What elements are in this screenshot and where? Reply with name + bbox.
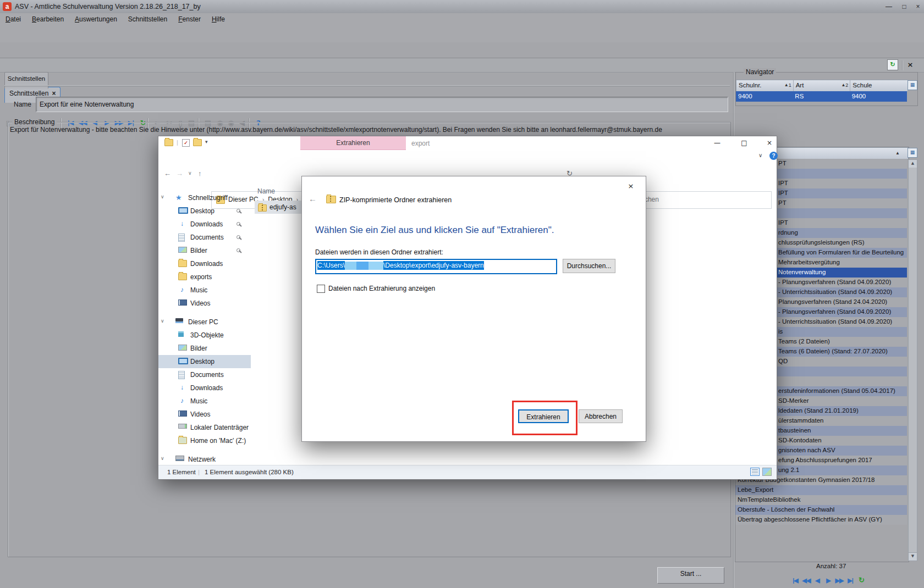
sidebar-item-lokaler-datentr-ger[interactable]: Lokaler Datenträger: [158, 421, 251, 434]
status-selection: 1 Element ausgewählt (280 KB): [205, 469, 294, 475]
sidebar-item-bilder[interactable]: Bilder: [158, 244, 251, 257]
check-icon[interactable]: ✓: [182, 139, 190, 147]
explorer-titlebar: | ✓ ▾ Extrahieren export — □ ×: [158, 136, 777, 150]
tab-close-icon[interactable]: ×: [52, 90, 56, 97]
sidebar-item-schnellzugriff[interactable]: ∨★Schnellzugriff: [158, 191, 251, 204]
close-icon[interactable]: ×: [624, 181, 638, 192]
menu-hilfe[interactable]: Hilfe: [206, 13, 230, 23]
rew-record-icon[interactable]: ◀◀: [801, 577, 812, 584]
file-row[interactable]: edjufy-as: [255, 201, 303, 214]
list-item[interactable]: Übertrag abgeschlossene Pflichtfächer in…: [735, 515, 907, 525]
table-settings-icon[interactable]: ▦: [908, 148, 917, 158]
status-separator: |: [198, 469, 200, 475]
refresh-records-icon[interactable]: ↻: [856, 576, 867, 584]
pin-icon: [236, 248, 241, 253]
navigator-header: Schulnr.▲1 Art▲2 Schule: [736, 80, 908, 92]
scroll-up-icon[interactable]: ▲: [908, 159, 917, 168]
qat-dropdown-icon[interactable]: ▾: [205, 139, 208, 145]
sidebar-item-music[interactable]: ♪Music: [158, 284, 251, 297]
sidebar-item-3d-objekte[interactable]: 3D-Objekte: [158, 329, 251, 342]
video-icon: [178, 299, 187, 306]
net-icon: [175, 456, 184, 461]
thumbnail-view-icon[interactable]: [762, 468, 772, 476]
sidebar-item-videos[interactable]: Videos: [158, 408, 251, 421]
name-input[interactable]: Export für eine Notenverwaltung: [36, 97, 728, 112]
sidebar-item-desktop[interactable]: Desktop: [158, 355, 251, 368]
list-item[interactable]: Lebe_Export: [735, 485, 907, 495]
first-record-icon[interactable]: |◀: [790, 577, 801, 584]
list-item[interactable]: Oberstufe - Löschen der Fachwahl: [735, 505, 907, 515]
forward-icon[interactable]: →: [176, 169, 183, 177]
scrollbar-track[interactable]: [908, 168, 917, 552]
details-view-icon[interactable]: [750, 468, 760, 476]
expand-chevron-icon[interactable]: ∨: [161, 456, 164, 461]
sort-asc-icon: ▲: [895, 151, 900, 156]
expand-chevron-icon[interactable]: ∨: [161, 318, 164, 324]
video-icon: [178, 411, 187, 417]
sidebar-item-downloads[interactable]: ↓Downloads: [158, 381, 251, 395]
sidebar-item-documents[interactable]: Documents: [158, 368, 251, 381]
file-list-column-name[interactable]: Name: [257, 187, 275, 195]
sidebar-item-home-on-mac-z-[interactable]: Home on 'Mac' (Z:): [158, 434, 251, 447]
menu-auswertungen[interactable]: Auswertungen: [69, 13, 123, 23]
menu-schnittstellen[interactable]: Schnittstellen: [123, 13, 173, 23]
browse-button[interactable]: Durchsuchen...: [563, 259, 615, 273]
close-icon[interactable]: ×: [761, 138, 778, 148]
column-art[interactable]: Art▲2: [794, 80, 851, 91]
menu-bearbeiten[interactable]: Bearbeiten: [26, 13, 69, 23]
maximize-icon[interactable]: □: [898, 2, 911, 11]
monitor-icon: [178, 358, 188, 364]
toolbar-separator: [902, 60, 903, 70]
sidebar-item-bilder[interactable]: Bilder: [158, 342, 251, 355]
cube-icon: [178, 331, 184, 337]
scroll-down-icon[interactable]: ▼: [908, 552, 917, 561]
ffwd-record-icon[interactable]: ▶▶: [834, 577, 845, 584]
list-navigation: |◀◀◀◀▶▶▶▶|↻: [790, 575, 867, 585]
back-icon[interactable]: ←: [309, 194, 317, 203]
sidebar-item-exports[interactable]: exports: [158, 270, 251, 284]
start-button[interactable]: Start ...: [657, 567, 724, 584]
sidebar-item-downloads[interactable]: Downloads: [158, 257, 251, 270]
last-record-icon[interactable]: ▶|: [845, 577, 856, 584]
close-icon[interactable]: ×: [913, 2, 923, 11]
dialog-heading: Wählen Sie ein Ziel aus und klicken Sie …: [315, 225, 554, 236]
sidebar-item-documents[interactable]: Documents: [158, 231, 251, 244]
history-chevron-icon[interactable]: ∨: [188, 170, 192, 176]
menu-datei[interactable]: Datei: [0, 13, 26, 23]
prev-record-icon[interactable]: ◀: [812, 577, 823, 584]
ribbon-collapse-icon[interactable]: ∨: [758, 152, 762, 158]
inner-tab-schnittstellen[interactable]: Schnittstellen: [4, 72, 48, 88]
next-record-icon[interactable]: ▶: [823, 577, 834, 584]
close-workspace-icon[interactable]: ×: [905, 59, 916, 70]
show-files-checkbox[interactable]: [317, 285, 325, 293]
up-icon[interactable]: ↑: [198, 169, 202, 177]
sidebar-item-desktop[interactable]: Desktop: [158, 204, 251, 218]
maximize-icon[interactable]: □: [736, 138, 752, 148]
sidebar-item-downloads[interactable]: ↓Downloads: [158, 218, 251, 231]
doc-icon: [178, 234, 185, 242]
beschreibung-text: Export für Notenverwaltung - bitte beach…: [10, 126, 703, 134]
folder-icon[interactable]: [164, 139, 173, 147]
refresh-view-icon[interactable]: ↻: [887, 59, 898, 70]
folder-icon[interactable]: [193, 139, 202, 147]
minimize-icon[interactable]: —: [882, 2, 895, 11]
sidebar-item-videos[interactable]: Videos: [158, 297, 251, 310]
minimize-icon[interactable]: —: [709, 138, 725, 148]
list-item[interactable]: NmTemplateBibliothek: [735, 495, 907, 505]
folder-icon: [178, 260, 186, 267]
sidebar-item-music[interactable]: ♪Music: [158, 395, 251, 408]
help-icon[interactable]: ?: [769, 152, 778, 160]
cancel-button[interactable]: Abbrechen: [579, 409, 623, 423]
sidebar-item-dieser-pc[interactable]: ∨Dieser PC: [158, 315, 251, 329]
table-settings-icon[interactable]: ▦: [908, 80, 917, 90]
destination-path-input[interactable]: C:\Users\\Desktop\export\edjufy-asv-baye…: [315, 259, 557, 274]
navigator-row[interactable]: 9400 RS 9400: [736, 91, 907, 102]
back-icon[interactable]: ←: [164, 169, 171, 177]
status-count: 1 Element: [167, 469, 196, 475]
expand-chevron-icon[interactable]: ∨: [161, 194, 164, 199]
column-schule[interactable]: Schule: [850, 80, 908, 91]
column-schulnr[interactable]: Schulnr.▲1: [736, 80, 794, 91]
menu-fenster[interactable]: Fenster: [173, 13, 206, 23]
sidebar-item-netzwerk[interactable]: ∨Netzwerk: [158, 453, 251, 466]
pic-icon: [178, 247, 187, 253]
